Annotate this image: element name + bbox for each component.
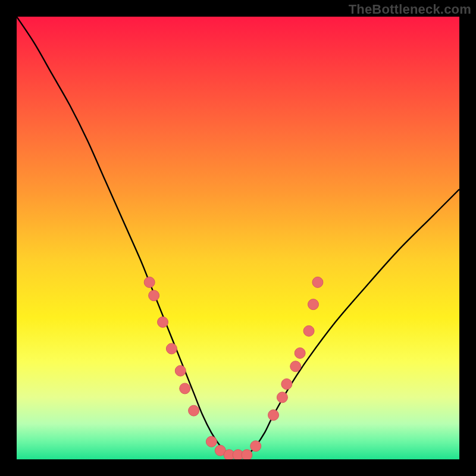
marker-point xyxy=(290,361,301,372)
marker-point xyxy=(281,379,292,390)
chart-frame: TheBottleneck.com xyxy=(0,0,476,476)
marker-point xyxy=(206,436,217,447)
gradient-background xyxy=(17,17,459,459)
plot-area xyxy=(17,17,459,459)
marker-point xyxy=(189,405,199,416)
marker-point xyxy=(268,410,279,421)
marker-point xyxy=(149,290,159,301)
marker-point xyxy=(242,450,252,459)
marker-point xyxy=(303,325,314,336)
marker-point xyxy=(175,365,186,376)
marker-point xyxy=(250,441,261,452)
marker-point xyxy=(180,383,190,394)
marker-point xyxy=(312,277,323,287)
marker-point xyxy=(277,392,287,403)
marker-point xyxy=(166,343,177,354)
marker-point xyxy=(158,317,168,327)
marker-point xyxy=(295,347,305,358)
watermark-text: TheBottleneck.com xyxy=(349,2,471,17)
marker-point xyxy=(308,299,318,310)
marker-point xyxy=(144,277,155,287)
chart-svg xyxy=(17,17,459,459)
